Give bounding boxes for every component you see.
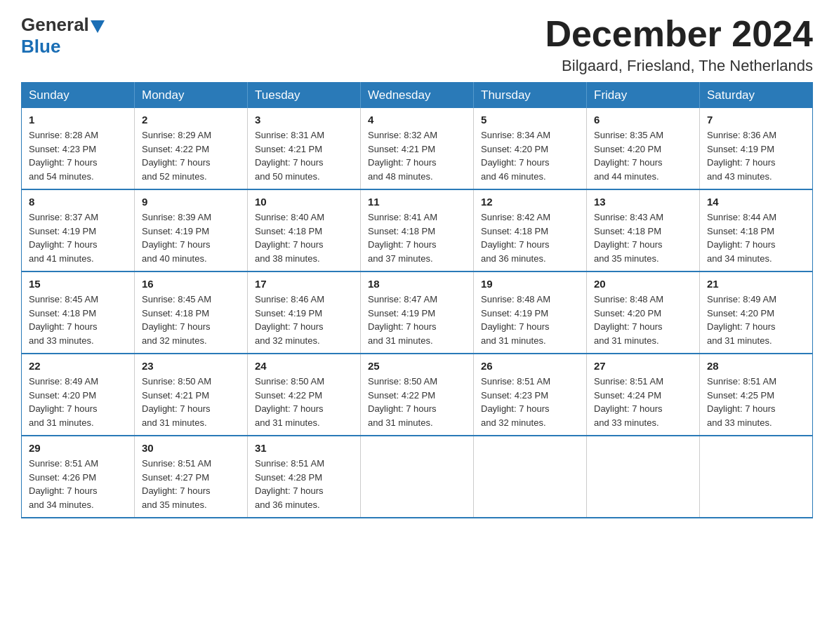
calendar-cell: 18Sunrise: 8:47 AMSunset: 4:19 PMDayligh… <box>361 271 474 354</box>
calendar-week-row: 8Sunrise: 8:37 AMSunset: 4:19 PMDaylight… <box>22 189 813 271</box>
calendar-cell: 27Sunrise: 8:51 AMSunset: 4:24 PMDayligh… <box>587 354 700 436</box>
logo-row1: General <box>21 14 105 36</box>
day-info: Sunrise: 8:41 AMSunset: 4:18 PMDaylight:… <box>368 210 466 265</box>
calendar-table: SundayMondayTuesdayWednesdayThursdayFrid… <box>21 82 813 518</box>
day-number: 17 <box>255 278 353 290</box>
calendar-cell: 29Sunrise: 8:51 AMSunset: 4:26 PMDayligh… <box>22 436 135 518</box>
logo-blue-text: Blue <box>21 36 60 58</box>
day-number: 8 <box>29 196 127 208</box>
calendar-cell: 31Sunrise: 8:51 AMSunset: 4:28 PMDayligh… <box>248 436 361 518</box>
day-number: 21 <box>707 278 805 290</box>
day-info: Sunrise: 8:51 AMSunset: 4:25 PMDaylight:… <box>707 375 805 429</box>
calendar-week-row: 22Sunrise: 8:49 AMSunset: 4:20 PMDayligh… <box>22 354 813 436</box>
day-info: Sunrise: 8:40 AMSunset: 4:18 PMDaylight:… <box>255 210 353 265</box>
day-info: Sunrise: 8:31 AMSunset: 4:21 PMDaylight:… <box>255 128 353 183</box>
calendar-cell: 20Sunrise: 8:48 AMSunset: 4:20 PMDayligh… <box>587 271 700 354</box>
day-info: Sunrise: 8:45 AMSunset: 4:18 PMDaylight:… <box>29 293 127 347</box>
calendar-cell: 25Sunrise: 8:50 AMSunset: 4:22 PMDayligh… <box>361 354 474 436</box>
day-number: 2 <box>142 114 240 126</box>
day-number: 28 <box>707 360 805 372</box>
day-number: 16 <box>142 278 240 290</box>
calendar-week-row: 15Sunrise: 8:45 AMSunset: 4:18 PMDayligh… <box>22 271 813 354</box>
day-number: 7 <box>707 114 805 126</box>
weekday-header-sunday: Sunday <box>22 83 135 109</box>
day-info: Sunrise: 8:47 AMSunset: 4:19 PMDaylight:… <box>368 293 466 347</box>
day-info: Sunrise: 8:48 AMSunset: 4:20 PMDaylight:… <box>594 293 692 347</box>
day-number: 10 <box>255 196 353 208</box>
calendar-cell: 23Sunrise: 8:50 AMSunset: 4:21 PMDayligh… <box>135 354 248 436</box>
logo-icon: General Blue <box>21 14 105 58</box>
calendar-cell: 5Sunrise: 8:34 AMSunset: 4:20 PMDaylight… <box>474 108 587 189</box>
day-info: Sunrise: 8:45 AMSunset: 4:18 PMDaylight:… <box>142 293 240 347</box>
weekday-header-monday: Monday <box>135 83 248 109</box>
calendar-cell: 19Sunrise: 8:48 AMSunset: 4:19 PMDayligh… <box>474 271 587 354</box>
calendar-cell: 17Sunrise: 8:46 AMSunset: 4:19 PMDayligh… <box>248 271 361 354</box>
day-number: 12 <box>481 196 579 208</box>
day-number: 23 <box>142 360 240 372</box>
calendar-week-row: 29Sunrise: 8:51 AMSunset: 4:26 PMDayligh… <box>22 436 813 518</box>
calendar-cell <box>587 436 700 518</box>
calendar-cell: 9Sunrise: 8:39 AMSunset: 4:19 PMDaylight… <box>135 189 248 271</box>
calendar-cell <box>700 436 813 518</box>
day-number: 9 <box>142 196 240 208</box>
day-number: 26 <box>481 360 579 372</box>
calendar-cell: 16Sunrise: 8:45 AMSunset: 4:18 PMDayligh… <box>135 271 248 354</box>
calendar-title: December 2024 <box>545 14 813 54</box>
weekday-header-tuesday: Tuesday <box>248 83 361 109</box>
day-info: Sunrise: 8:42 AMSunset: 4:18 PMDaylight:… <box>481 210 579 265</box>
weekday-header-friday: Friday <box>587 83 700 109</box>
weekday-header-row: SundayMondayTuesdayWednesdayThursdayFrid… <box>22 83 813 109</box>
day-number: 3 <box>255 114 353 126</box>
page-header: General Blue December 2024 Bilgaard, Fri… <box>21 14 813 75</box>
day-number: 18 <box>368 278 466 290</box>
day-number: 27 <box>594 360 692 372</box>
day-info: Sunrise: 8:34 AMSunset: 4:20 PMDaylight:… <box>481 128 579 183</box>
logo-triangle-icon <box>91 20 105 33</box>
logo-general-text: General <box>21 14 89 36</box>
day-info: Sunrise: 8:36 AMSunset: 4:19 PMDaylight:… <box>707 128 805 183</box>
day-number: 19 <box>481 278 579 290</box>
calendar-cell: 10Sunrise: 8:40 AMSunset: 4:18 PMDayligh… <box>248 189 361 271</box>
calendar-cell: 26Sunrise: 8:51 AMSunset: 4:23 PMDayligh… <box>474 354 587 436</box>
day-number: 14 <box>707 196 805 208</box>
day-info: Sunrise: 8:51 AMSunset: 4:24 PMDaylight:… <box>594 375 692 429</box>
day-number: 30 <box>142 442 240 454</box>
calendar-cell: 30Sunrise: 8:51 AMSunset: 4:27 PMDayligh… <box>135 436 248 518</box>
logo: General Blue <box>21 14 105 58</box>
day-info: Sunrise: 8:29 AMSunset: 4:22 PMDaylight:… <box>142 128 240 183</box>
day-number: 22 <box>29 360 127 372</box>
calendar-cell: 21Sunrise: 8:49 AMSunset: 4:20 PMDayligh… <box>700 271 813 354</box>
calendar-cell: 8Sunrise: 8:37 AMSunset: 4:19 PMDaylight… <box>22 189 135 271</box>
day-info: Sunrise: 8:44 AMSunset: 4:18 PMDaylight:… <box>707 210 805 265</box>
day-number: 4 <box>368 114 466 126</box>
weekday-header-wednesday: Wednesday <box>361 83 474 109</box>
calendar-cell: 6Sunrise: 8:35 AMSunset: 4:20 PMDaylight… <box>587 108 700 189</box>
calendar-week-row: 1Sunrise: 8:28 AMSunset: 4:23 PMDaylight… <box>22 108 813 189</box>
day-info: Sunrise: 8:28 AMSunset: 4:23 PMDaylight:… <box>29 128 127 183</box>
calendar-cell: 14Sunrise: 8:44 AMSunset: 4:18 PMDayligh… <box>700 189 813 271</box>
day-number: 20 <box>594 278 692 290</box>
logo-row2: Blue <box>21 36 60 58</box>
calendar-cell: 2Sunrise: 8:29 AMSunset: 4:22 PMDaylight… <box>135 108 248 189</box>
day-info: Sunrise: 8:46 AMSunset: 4:19 PMDaylight:… <box>255 293 353 347</box>
day-info: Sunrise: 8:32 AMSunset: 4:21 PMDaylight:… <box>368 128 466 183</box>
day-number: 29 <box>29 442 127 454</box>
calendar-cell: 24Sunrise: 8:50 AMSunset: 4:22 PMDayligh… <box>248 354 361 436</box>
day-number: 15 <box>29 278 127 290</box>
calendar-cell: 1Sunrise: 8:28 AMSunset: 4:23 PMDaylight… <box>22 108 135 189</box>
title-block: December 2024 Bilgaard, Friesland, The N… <box>545 14 813 75</box>
calendar-cell: 4Sunrise: 8:32 AMSunset: 4:21 PMDaylight… <box>361 108 474 189</box>
day-info: Sunrise: 8:49 AMSunset: 4:20 PMDaylight:… <box>707 293 805 347</box>
day-info: Sunrise: 8:49 AMSunset: 4:20 PMDaylight:… <box>29 375 127 429</box>
calendar-cell: 12Sunrise: 8:42 AMSunset: 4:18 PMDayligh… <box>474 189 587 271</box>
day-info: Sunrise: 8:51 AMSunset: 4:27 PMDaylight:… <box>142 457 240 511</box>
day-info: Sunrise: 8:51 AMSunset: 4:26 PMDaylight:… <box>29 457 127 511</box>
calendar-cell: 13Sunrise: 8:43 AMSunset: 4:18 PMDayligh… <box>587 189 700 271</box>
day-number: 6 <box>594 114 692 126</box>
day-info: Sunrise: 8:51 AMSunset: 4:23 PMDaylight:… <box>481 375 579 429</box>
calendar-cell: 3Sunrise: 8:31 AMSunset: 4:21 PMDaylight… <box>248 108 361 189</box>
day-number: 24 <box>255 360 353 372</box>
calendar-cell <box>474 436 587 518</box>
day-number: 25 <box>368 360 466 372</box>
day-info: Sunrise: 8:50 AMSunset: 4:22 PMDaylight:… <box>368 375 466 429</box>
